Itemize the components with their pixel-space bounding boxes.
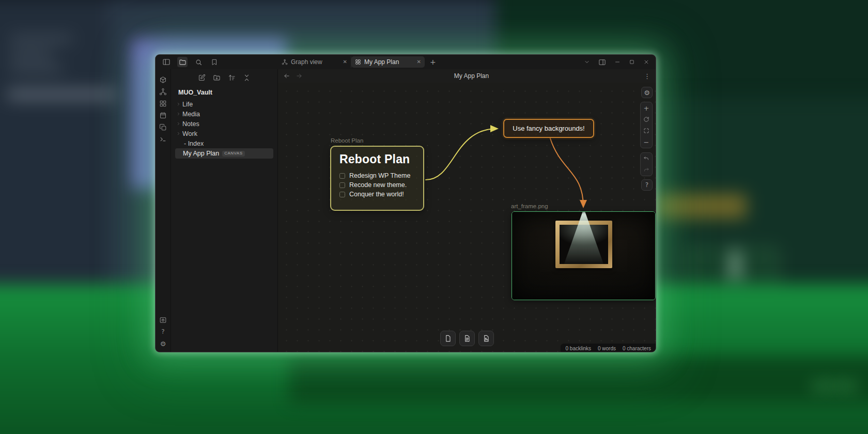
toggle-left-sidebar-button[interactable] (161, 57, 172, 67)
explorer-folder-media[interactable]: Media (171, 109, 277, 119)
tab-close-icon[interactable]: ✕ (417, 59, 421, 65)
background-dark-band (289, 357, 868, 403)
explorer-folder-notes[interactable]: Notes (171, 119, 277, 129)
status-bar: 0 backlinks 0 words 0 characters (561, 344, 656, 352)
zoom-in-button[interactable]: + (641, 102, 652, 114)
node-label-image: art_frame.png (511, 203, 548, 209)
copy-icon (159, 123, 167, 131)
box-icon (159, 76, 167, 84)
tab-graph-view[interactable]: Graph view ✕ (278, 56, 351, 68)
explorer-folder-life[interactable]: Life (171, 99, 277, 109)
panel-left-icon (162, 58, 171, 66)
terminal-icon (159, 135, 167, 143)
background-dot (830, 381, 839, 391)
titlebar: Graph view ✕ My App Plan ✕ + (156, 55, 656, 69)
redo-button[interactable] (641, 164, 652, 176)
new-tab-button[interactable]: + (430, 58, 436, 66)
new-folder-button[interactable] (213, 74, 221, 82)
navigate-back-button[interactable] (283, 72, 290, 80)
more-options-button[interactable]: ⋮ (640, 72, 650, 80)
help-icon: ? (645, 181, 648, 189)
file-media-icon (482, 334, 490, 343)
canvas-icon (355, 59, 361, 65)
add-note-button[interactable] (459, 331, 475, 346)
sort-order-button[interactable] (228, 74, 236, 82)
tab-label: My App Plan (364, 58, 414, 66)
close-button[interactable] (643, 59, 649, 65)
vault-name[interactable]: MUO_Vault (171, 86, 277, 99)
background-dot (814, 381, 824, 391)
undo-button[interactable] (641, 153, 652, 164)
checkbox[interactable] (339, 182, 345, 188)
canvas-history-controls (640, 152, 653, 176)
arrow-fancy-to-image (550, 138, 583, 207)
bookmarks-tool-button[interactable] (209, 57, 220, 67)
search-tool-button[interactable] (193, 57, 204, 67)
canvas-badge: CANVAS (222, 151, 244, 157)
calendar-icon (159, 112, 167, 119)
checklist-label: Recode new theme. (349, 181, 407, 189)
checkbox[interactable] (339, 192, 345, 197)
undo-icon (643, 156, 649, 162)
explorer-file-my-app-plan[interactable]: My App Plan CANVAS (175, 148, 273, 159)
file-label: My App Plan (183, 150, 219, 157)
canvas-settings-button[interactable]: ⚙ (641, 87, 653, 98)
daily-note-button[interactable] (158, 111, 169, 119)
vault-switcher-button[interactable] (158, 316, 169, 324)
insert-template-button[interactable] (158, 123, 169, 131)
tab-my-app-plan[interactable]: My App Plan ✕ (351, 56, 425, 68)
card-icon (444, 334, 452, 343)
folder-label: Life (182, 101, 193, 108)
zoom-reset-button[interactable] (641, 114, 652, 125)
add-card-button[interactable] (440, 331, 456, 346)
chevron-right-icon (176, 102, 181, 106)
tab-label: Graph view (291, 58, 340, 66)
sort-icon (228, 74, 236, 82)
checklist-label: Conquer the world! (349, 191, 404, 198)
checklist-item: Conquer the world! (339, 190, 415, 199)
tab-list-dropdown-button[interactable] (584, 59, 590, 65)
open-canvas-button[interactable] (158, 99, 169, 107)
minimize-button[interactable] (614, 59, 621, 65)
node-label-reboot: Reboot Plan (331, 137, 363, 144)
zoom-out-button[interactable]: − (641, 136, 652, 148)
character-count: 0 characters (623, 346, 651, 351)
explorer-file-index[interactable]: - Index (171, 138, 277, 148)
canvas-node-reboot-plan[interactable]: Reboot Plan Redesign WP Theme Recode new… (330, 146, 424, 211)
app-window: Graph view ✕ My App Plan ✕ + (155, 54, 656, 352)
layout-grid-icon (159, 100, 167, 107)
canvas-surface[interactable]: Reboot Plan Reboot Plan Redesign WP Them… (278, 83, 656, 352)
vault-icon (159, 316, 167, 324)
panel-right-icon (598, 58, 606, 66)
checkbox[interactable] (339, 173, 345, 179)
canvas-node-art-frame[interactable] (512, 211, 656, 300)
navigate-forward-button[interactable] (296, 72, 303, 80)
add-media-button[interactable] (478, 331, 494, 346)
search-icon (195, 58, 203, 66)
chevron-down-icon (584, 59, 590, 65)
command-palette-button[interactable] (158, 135, 169, 143)
new-note-button[interactable] (198, 74, 206, 82)
checklist-item: Recode new theme. (339, 180, 415, 190)
maximize-button[interactable] (629, 59, 635, 65)
collapse-all-button[interactable] (243, 74, 251, 82)
arrow-right-icon (296, 72, 303, 80)
new-note-icon (198, 74, 206, 82)
fancy-text: Use fancy backgrounds! (513, 125, 584, 132)
folder-label: Notes (182, 120, 199, 128)
canvas-help-button[interactable]: ? (641, 179, 653, 191)
quick-switcher-button[interactable] (158, 75, 169, 84)
files-tool-button[interactable] (177, 57, 188, 67)
settings-button[interactable]: ⚙ (158, 339, 169, 348)
tab-close-icon[interactable]: ✕ (343, 59, 347, 65)
reboot-title: Reboot Plan (339, 152, 415, 166)
canvas-node-fancy-backgrounds[interactable]: Use fancy backgrounds! (503, 119, 594, 138)
zoom-fit-button[interactable] (641, 125, 652, 136)
open-graph-button[interactable] (158, 87, 169, 96)
folder-icon (179, 58, 187, 66)
help-button[interactable]: ? (158, 328, 169, 336)
file-label: - Index (184, 140, 204, 147)
toggle-right-sidebar-button[interactable] (598, 58, 606, 66)
explorer-folder-work[interactable]: Work (171, 129, 277, 138)
background-dot (845, 381, 855, 391)
